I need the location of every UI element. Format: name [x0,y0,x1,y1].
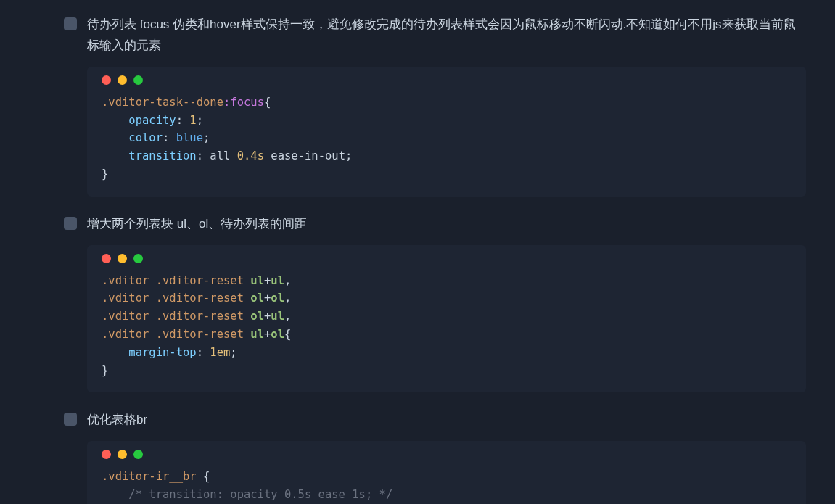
code-content: .vditor .vditor-reset ul+ul, .vditor .vd… [102,272,791,380]
green-dot-icon [133,254,143,263]
window-controls [102,75,791,85]
code-block: .vditor-ir__br { /* transition: opacity … [87,441,806,504]
green-dot-icon [133,450,143,459]
code-block: .vditor .vditor-reset ul+ul, .vditor .vd… [87,245,806,393]
task-item: 优化表格br [29,410,806,431]
task-checkbox[interactable] [64,217,77,230]
code-content: .vditor-task--done:focus{ opacity: 1; co… [102,94,791,183]
yellow-dot-icon [118,450,127,459]
yellow-dot-icon [118,254,127,263]
code-block: .vditor-task--done:focus{ opacity: 1; co… [87,67,806,197]
red-dot-icon [102,254,111,263]
window-controls [102,450,791,459]
code-content: .vditor-ir__br { /* transition: opacity … [102,468,791,504]
task-text: 增大两个列表块 ul、ol、待办列表的间距 [87,214,307,235]
yellow-dot-icon [118,75,127,85]
task-item: 增大两个列表块 ul、ol、待办列表的间距 [29,214,806,235]
task-text: 待办列表 focus 伪类和hover样式保持一致，避免修改完成的待办列表样式会… [87,15,806,57]
task-checkbox[interactable] [64,413,77,426]
task-text: 优化表格br [87,410,147,431]
task-checkbox[interactable] [64,17,77,30]
red-dot-icon [102,450,111,459]
green-dot-icon [133,75,143,85]
task-item: 待办列表 focus 伪类和hover样式保持一致，避免修改完成的待办列表样式会… [29,15,806,57]
window-controls [102,254,791,263]
red-dot-icon [102,75,111,85]
